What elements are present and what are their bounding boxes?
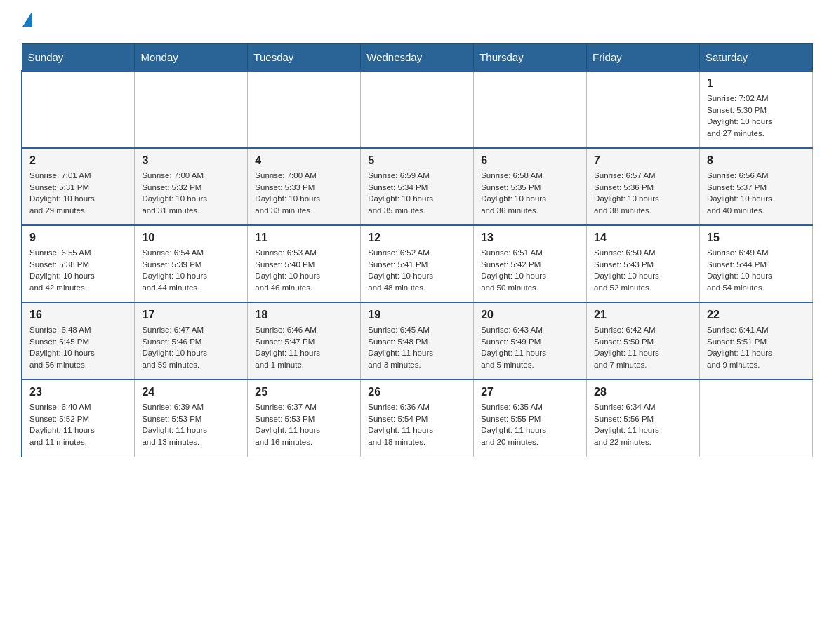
calendar-day-cell: 3Sunrise: 7:00 AMSunset: 5:32 PMDaylight… xyxy=(135,148,248,225)
calendar-day-cell: 16Sunrise: 6:48 AMSunset: 5:45 PMDayligh… xyxy=(22,302,135,380)
calendar-day-cell: 24Sunrise: 6:39 AMSunset: 5:53 PMDayligh… xyxy=(135,380,248,457)
day-info: Sunrise: 6:49 AMSunset: 5:44 PMDaylight:… xyxy=(707,247,805,294)
calendar-day-cell: 23Sunrise: 6:40 AMSunset: 5:52 PMDayligh… xyxy=(22,380,135,457)
day-of-week-header: Monday xyxy=(135,44,248,72)
calendar-day-cell: 21Sunrise: 6:42 AMSunset: 5:50 PMDayligh… xyxy=(587,302,700,380)
calendar-day-cell: 15Sunrise: 6:49 AMSunset: 5:44 PMDayligh… xyxy=(700,225,813,302)
day-info: Sunrise: 6:55 AMSunset: 5:38 PMDaylight:… xyxy=(29,247,127,294)
day-info: Sunrise: 6:59 AMSunset: 5:34 PMDaylight:… xyxy=(368,170,466,217)
calendar-day-cell xyxy=(700,380,813,457)
calendar-day-cell: 10Sunrise: 6:54 AMSunset: 5:39 PMDayligh… xyxy=(135,225,248,302)
calendar-day-cell: 11Sunrise: 6:53 AMSunset: 5:40 PMDayligh… xyxy=(248,225,361,302)
day-number: 2 xyxy=(29,154,127,167)
day-info: Sunrise: 6:54 AMSunset: 5:39 PMDaylight:… xyxy=(142,247,240,294)
day-info: Sunrise: 6:45 AMSunset: 5:48 PMDaylight:… xyxy=(368,324,466,371)
day-number: 1 xyxy=(707,77,805,90)
day-info: Sunrise: 7:01 AMSunset: 5:31 PMDaylight:… xyxy=(29,170,127,217)
calendar-day-cell: 7Sunrise: 6:57 AMSunset: 5:36 PMDaylight… xyxy=(587,148,700,225)
calendar-day-cell xyxy=(135,71,248,148)
day-number: 16 xyxy=(29,309,127,321)
day-of-week-header: Sunday xyxy=(22,44,135,72)
day-info: Sunrise: 6:52 AMSunset: 5:41 PMDaylight:… xyxy=(368,247,466,294)
day-number: 27 xyxy=(481,386,579,398)
calendar-week-row: 2Sunrise: 7:01 AMSunset: 5:31 PMDaylight… xyxy=(22,148,813,225)
calendar-day-cell: 4Sunrise: 7:00 AMSunset: 5:33 PMDaylight… xyxy=(248,148,361,225)
calendar-day-cell: 2Sunrise: 7:01 AMSunset: 5:31 PMDaylight… xyxy=(22,148,135,225)
day-number: 7 xyxy=(594,154,692,167)
day-number: 28 xyxy=(594,386,692,398)
day-number: 22 xyxy=(707,309,805,321)
calendar-day-cell: 26Sunrise: 6:36 AMSunset: 5:54 PMDayligh… xyxy=(361,380,474,457)
day-number: 15 xyxy=(707,232,805,244)
day-number: 21 xyxy=(594,309,692,321)
calendar-week-row: 1Sunrise: 7:02 AMSunset: 5:30 PMDaylight… xyxy=(22,71,813,148)
day-info: Sunrise: 6:37 AMSunset: 5:53 PMDaylight:… xyxy=(255,401,353,448)
day-info: Sunrise: 6:48 AMSunset: 5:45 PMDaylight:… xyxy=(29,324,127,371)
calendar-day-cell: 1Sunrise: 7:02 AMSunset: 5:30 PMDaylight… xyxy=(700,71,813,148)
calendar-table: SundayMondayTuesdayWednesdayThursdayFrid… xyxy=(21,43,813,457)
day-number: 17 xyxy=(142,309,240,321)
day-number: 14 xyxy=(594,232,692,244)
calendar-day-cell: 25Sunrise: 6:37 AMSunset: 5:53 PMDayligh… xyxy=(248,380,361,457)
day-info: Sunrise: 6:36 AMSunset: 5:54 PMDaylight:… xyxy=(368,401,466,448)
day-number: 26 xyxy=(368,386,466,398)
calendar-week-row: 9Sunrise: 6:55 AMSunset: 5:38 PMDaylight… xyxy=(22,225,813,302)
day-info: Sunrise: 6:41 AMSunset: 5:51 PMDaylight:… xyxy=(707,324,805,371)
calendar-day-cell: 20Sunrise: 6:43 AMSunset: 5:49 PMDayligh… xyxy=(474,302,587,380)
calendar-day-cell: 14Sunrise: 6:50 AMSunset: 5:43 PMDayligh… xyxy=(587,225,700,302)
calendar-day-cell: 28Sunrise: 6:34 AMSunset: 5:56 PMDayligh… xyxy=(587,380,700,457)
day-info: Sunrise: 6:34 AMSunset: 5:56 PMDaylight:… xyxy=(594,401,692,448)
logo-triangle-icon xyxy=(22,11,32,27)
calendar-day-cell: 8Sunrise: 6:56 AMSunset: 5:37 PMDaylight… xyxy=(700,148,813,225)
day-of-week-header: Friday xyxy=(587,44,700,72)
calendar-day-cell: 18Sunrise: 6:46 AMSunset: 5:47 PMDayligh… xyxy=(248,302,361,380)
calendar-day-cell: 5Sunrise: 6:59 AMSunset: 5:34 PMDaylight… xyxy=(361,148,474,225)
day-info: Sunrise: 6:35 AMSunset: 5:55 PMDaylight:… xyxy=(481,401,579,448)
day-info: Sunrise: 6:50 AMSunset: 5:43 PMDaylight:… xyxy=(594,247,692,294)
day-info: Sunrise: 6:51 AMSunset: 5:42 PMDaylight:… xyxy=(481,247,579,294)
day-number: 19 xyxy=(368,309,466,321)
day-number: 12 xyxy=(368,232,466,244)
calendar-header-row: SundayMondayTuesdayWednesdayThursdayFrid… xyxy=(22,44,813,72)
calendar-day-cell xyxy=(22,71,135,148)
day-number: 11 xyxy=(255,232,353,244)
calendar-day-cell xyxy=(361,71,474,148)
calendar-week-row: 16Sunrise: 6:48 AMSunset: 5:45 PMDayligh… xyxy=(22,302,813,380)
calendar-day-cell: 13Sunrise: 6:51 AMSunset: 5:42 PMDayligh… xyxy=(474,225,587,302)
day-of-week-header: Thursday xyxy=(474,44,587,72)
day-of-week-header: Wednesday xyxy=(361,44,474,72)
day-number: 4 xyxy=(255,154,353,167)
day-number: 3 xyxy=(142,154,240,167)
day-number: 23 xyxy=(29,386,127,398)
day-info: Sunrise: 6:39 AMSunset: 5:53 PMDaylight:… xyxy=(142,401,240,448)
calendar-day-cell xyxy=(248,71,361,148)
day-info: Sunrise: 6:47 AMSunset: 5:46 PMDaylight:… xyxy=(142,324,240,371)
calendar-day-cell: 17Sunrise: 6:47 AMSunset: 5:46 PMDayligh… xyxy=(135,302,248,380)
day-info: Sunrise: 6:42 AMSunset: 5:50 PMDaylight:… xyxy=(594,324,692,371)
day-of-week-header: Tuesday xyxy=(248,44,361,72)
calendar-day-cell: 12Sunrise: 6:52 AMSunset: 5:41 PMDayligh… xyxy=(361,225,474,302)
day-number: 20 xyxy=(481,309,579,321)
calendar-day-cell: 6Sunrise: 6:58 AMSunset: 5:35 PMDaylight… xyxy=(474,148,587,225)
day-info: Sunrise: 7:02 AMSunset: 5:30 PMDaylight:… xyxy=(707,93,805,140)
day-of-week-header: Saturday xyxy=(700,44,813,72)
day-number: 13 xyxy=(481,232,579,244)
calendar-day-cell: 9Sunrise: 6:55 AMSunset: 5:38 PMDaylight… xyxy=(22,225,135,302)
day-number: 6 xyxy=(481,154,579,167)
day-info: Sunrise: 6:43 AMSunset: 5:49 PMDaylight:… xyxy=(481,324,579,371)
day-info: Sunrise: 6:56 AMSunset: 5:37 PMDaylight:… xyxy=(707,170,805,217)
day-info: Sunrise: 6:53 AMSunset: 5:40 PMDaylight:… xyxy=(255,247,353,294)
calendar-week-row: 23Sunrise: 6:40 AMSunset: 5:52 PMDayligh… xyxy=(22,380,813,457)
day-info: Sunrise: 7:00 AMSunset: 5:33 PMDaylight:… xyxy=(255,170,353,217)
day-info: Sunrise: 6:46 AMSunset: 5:47 PMDaylight:… xyxy=(255,324,353,371)
page-header xyxy=(21,14,813,29)
day-info: Sunrise: 6:58 AMSunset: 5:35 PMDaylight:… xyxy=(481,170,579,217)
day-number: 24 xyxy=(142,386,240,398)
day-info: Sunrise: 6:57 AMSunset: 5:36 PMDaylight:… xyxy=(594,170,692,217)
day-number: 18 xyxy=(255,309,353,321)
day-number: 9 xyxy=(29,232,127,244)
day-number: 10 xyxy=(142,232,240,244)
logo xyxy=(21,14,32,29)
calendar-day-cell xyxy=(474,71,587,148)
day-number: 5 xyxy=(368,154,466,167)
